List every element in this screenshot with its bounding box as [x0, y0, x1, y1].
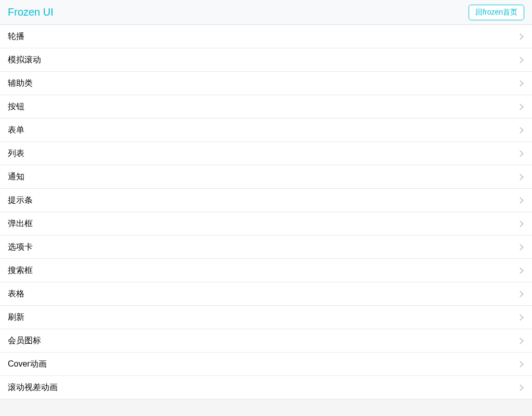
chevron-right-icon — [517, 220, 524, 227]
list-item-form[interactable]: 表单 — [0, 119, 532, 142]
list-item-tip[interactable]: 提示条 — [0, 189, 532, 212]
list-item-label: 模拟滚动 — [8, 55, 41, 66]
list-item-carousel[interactable]: 轮播 — [0, 25, 532, 48]
header: Frozen UI 回frozen首页 — [0, 0, 532, 25]
list-item-cover-animation[interactable]: Cover动画 — [0, 353, 532, 376]
list-item-label: 搜索框 — [8, 265, 33, 276]
list-item-notification[interactable]: 通知 — [0, 165, 532, 189]
chevron-right-icon — [517, 361, 524, 368]
chevron-right-icon — [517, 244, 524, 251]
chevron-right-icon — [517, 314, 524, 321]
chevron-right-icon — [517, 103, 524, 110]
chevron-right-icon — [517, 127, 524, 134]
list-item-table[interactable]: 表格 — [0, 282, 532, 306]
list-item-refresh[interactable]: 刷新 — [0, 306, 532, 329]
list-item-label: 表格 — [8, 289, 24, 300]
list-item-label: Cover动画 — [8, 359, 47, 370]
list-item-button[interactable]: 按钮 — [0, 95, 532, 119]
list-item-label: 通知 — [8, 172, 24, 183]
chevron-right-icon — [517, 267, 524, 274]
chevron-right-icon — [517, 291, 524, 297]
list-item-label: 滚动视差动画 — [8, 382, 58, 393]
list-item-label: 辅助类 — [8, 78, 33, 89]
list-item-parallax-animation[interactable]: 滚动视差动画 — [0, 376, 532, 399]
list-item-label: 列表 — [8, 148, 24, 159]
list-item-list[interactable]: 列表 — [0, 142, 532, 165]
chevron-right-icon — [517, 197, 524, 204]
chevron-right-icon — [517, 150, 524, 157]
chevron-right-icon — [517, 33, 524, 40]
list-item-label: 提示条 — [8, 195, 33, 206]
list-item-search[interactable]: 搜索框 — [0, 259, 532, 282]
chevron-right-icon — [517, 174, 524, 180]
list-item-helper[interactable]: 辅助类 — [0, 72, 532, 95]
chevron-right-icon — [517, 337, 524, 344]
list-item-label: 轮播 — [8, 31, 24, 42]
list-item-label: 刷新 — [8, 312, 24, 323]
list-item-scroll[interactable]: 模拟滚动 — [0, 48, 532, 72]
list-item-tab[interactable]: 选项卡 — [0, 236, 532, 259]
component-list: 轮播 模拟滚动 辅助类 按钮 表单 列表 通知 提示条 弹出框 选项卡 搜索框 — [0, 25, 532, 399]
chevron-right-icon — [517, 384, 524, 391]
list-item-label: 表单 — [8, 125, 24, 136]
chevron-right-icon — [517, 80, 524, 87]
list-item-label: 选项卡 — [8, 242, 33, 253]
list-item-label: 弹出框 — [8, 218, 33, 229]
list-item-label: 会员图标 — [8, 335, 41, 346]
back-home-button[interactable]: 回frozen首页 — [469, 5, 524, 20]
chevron-right-icon — [517, 57, 524, 63]
page-title: Frozen UI — [8, 6, 54, 18]
list-item-popup[interactable]: 弹出框 — [0, 212, 532, 236]
list-item-label: 按钮 — [8, 101, 24, 112]
list-item-vip-icon[interactable]: 会员图标 — [0, 329, 532, 353]
